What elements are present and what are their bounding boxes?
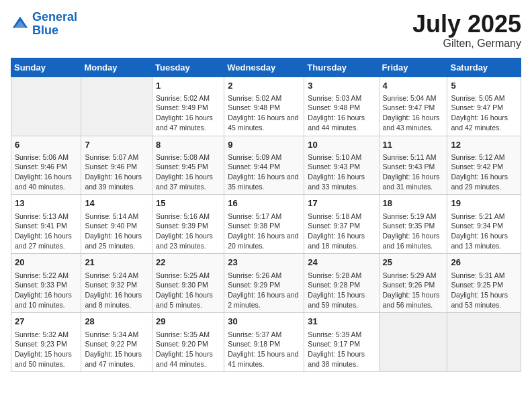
day-number: 16 <box>228 197 300 210</box>
calendar-cell: 24Sunrise: 5:28 AM Sunset: 9:28 PM Dayli… <box>304 254 379 313</box>
day-number: 30 <box>228 316 300 328</box>
weekday-header-monday: Monday <box>81 58 152 77</box>
day-info: Sunrise: 5:03 AM Sunset: 9:48 PM Dayligh… <box>308 93 375 133</box>
day-number: 4 <box>383 80 444 92</box>
day-info: Sunrise: 5:09 AM Sunset: 9:44 PM Dayligh… <box>228 152 300 192</box>
calendar-cell: 16Sunrise: 5:17 AM Sunset: 9:38 PM Dayli… <box>224 195 304 254</box>
weekday-header-tuesday: Tuesday <box>152 58 224 77</box>
day-info: Sunrise: 5:22 AM Sunset: 9:33 PM Dayligh… <box>15 271 77 310</box>
day-number: 7 <box>85 139 148 151</box>
page-header: General Blue July 2025 Gilten, Germany <box>11 11 521 50</box>
day-number: 1 <box>156 80 220 92</box>
weekday-header-saturday: Saturday <box>447 58 521 77</box>
day-info: Sunrise: 5:11 AM Sunset: 9:43 PM Dayligh… <box>383 152 444 192</box>
day-number: 28 <box>85 316 148 328</box>
calendar-cell: 5Sunrise: 5:05 AM Sunset: 9:47 PM Daylig… <box>447 77 521 136</box>
day-info: Sunrise: 5:37 AM Sunset: 9:18 PM Dayligh… <box>228 330 300 369</box>
day-number: 24 <box>308 257 375 269</box>
day-info: Sunrise: 5:04 AM Sunset: 9:47 PM Dayligh… <box>383 93 444 133</box>
day-number: 15 <box>156 197 220 210</box>
day-number: 29 <box>156 316 220 328</box>
day-info: Sunrise: 5:08 AM Sunset: 9:45 PM Dayligh… <box>156 152 220 192</box>
day-number: 26 <box>451 257 517 269</box>
calendar-cell: 27Sunrise: 5:32 AM Sunset: 9:23 PM Dayli… <box>11 313 81 372</box>
calendar-cell: 26Sunrise: 5:31 AM Sunset: 9:25 PM Dayli… <box>447 254 521 313</box>
day-number: 12 <box>451 139 517 151</box>
day-info: Sunrise: 5:06 AM Sunset: 9:46 PM Dayligh… <box>15 152 77 192</box>
day-info: Sunrise: 5:34 AM Sunset: 9:22 PM Dayligh… <box>85 330 148 369</box>
calendar-week-row: 20Sunrise: 5:22 AM Sunset: 9:33 PM Dayli… <box>11 254 521 313</box>
calendar-cell: 6Sunrise: 5:06 AM Sunset: 9:46 PM Daylig… <box>11 136 81 195</box>
calendar-cell: 9Sunrise: 5:09 AM Sunset: 9:44 PM Daylig… <box>224 136 304 195</box>
day-number: 19 <box>451 197 517 210</box>
day-number: 8 <box>156 139 220 151</box>
calendar-cell: 7Sunrise: 5:07 AM Sunset: 9:46 PM Daylig… <box>81 136 152 195</box>
day-info: Sunrise: 5:29 AM Sunset: 9:26 PM Dayligh… <box>383 271 444 310</box>
calendar-table: SundayMondayTuesdayWednesdayThursdayFrid… <box>11 58 521 373</box>
day-info: Sunrise: 5:12 AM Sunset: 9:42 PM Dayligh… <box>451 152 517 192</box>
calendar-cell: 12Sunrise: 5:12 AM Sunset: 9:42 PM Dayli… <box>447 136 521 195</box>
month-title: July 2025 <box>412 11 521 38</box>
day-info: Sunrise: 5:39 AM Sunset: 9:17 PM Dayligh… <box>308 330 375 369</box>
day-info: Sunrise: 5:35 AM Sunset: 9:20 PM Dayligh… <box>156 330 220 369</box>
calendar-cell: 20Sunrise: 5:22 AM Sunset: 9:33 PM Dayli… <box>11 254 81 313</box>
day-number: 31 <box>308 316 375 328</box>
day-info: Sunrise: 5:10 AM Sunset: 9:43 PM Dayligh… <box>308 152 375 192</box>
day-number: 9 <box>228 139 300 151</box>
day-info: Sunrise: 5:31 AM Sunset: 9:25 PM Dayligh… <box>451 271 517 310</box>
day-number: 21 <box>85 257 148 269</box>
day-number: 13 <box>15 197 77 210</box>
day-info: Sunrise: 5:24 AM Sunset: 9:32 PM Dayligh… <box>85 271 148 310</box>
day-number: 18 <box>383 197 444 210</box>
weekday-header-thursday: Thursday <box>304 58 379 77</box>
calendar-cell: 18Sunrise: 5:19 AM Sunset: 9:35 PM Dayli… <box>379 195 447 254</box>
day-info: Sunrise: 5:16 AM Sunset: 9:39 PM Dayligh… <box>156 212 220 251</box>
logo-text: General Blue <box>32 11 77 38</box>
day-info: Sunrise: 5:32 AM Sunset: 9:23 PM Dayligh… <box>15 330 77 369</box>
calendar-week-row: 13Sunrise: 5:13 AM Sunset: 9:41 PM Dayli… <box>11 195 521 254</box>
calendar-cell: 28Sunrise: 5:34 AM Sunset: 9:22 PM Dayli… <box>81 313 152 372</box>
day-number: 3 <box>308 80 375 92</box>
calendar-cell: 22Sunrise: 5:25 AM Sunset: 9:30 PM Dayli… <box>152 254 224 313</box>
calendar-cell: 29Sunrise: 5:35 AM Sunset: 9:20 PM Dayli… <box>152 313 224 372</box>
day-number: 14 <box>85 197 148 210</box>
weekday-header-sunday: Sunday <box>11 58 81 77</box>
calendar-cell: 3Sunrise: 5:03 AM Sunset: 9:48 PM Daylig… <box>304 77 379 136</box>
day-info: Sunrise: 5:19 AM Sunset: 9:35 PM Dayligh… <box>383 212 444 251</box>
calendar-week-row: 27Sunrise: 5:32 AM Sunset: 9:23 PM Dayli… <box>11 313 521 372</box>
day-info: Sunrise: 5:05 AM Sunset: 9:47 PM Dayligh… <box>451 93 517 133</box>
day-info: Sunrise: 5:17 AM Sunset: 9:38 PM Dayligh… <box>228 212 300 251</box>
calendar-cell <box>379 313 447 372</box>
day-info: Sunrise: 5:13 AM Sunset: 9:41 PM Dayligh… <box>15 212 77 251</box>
day-number: 11 <box>383 139 444 151</box>
calendar-cell: 31Sunrise: 5:39 AM Sunset: 9:17 PM Dayli… <box>304 313 379 372</box>
calendar-cell <box>81 77 152 136</box>
day-info: Sunrise: 5:07 AM Sunset: 9:46 PM Dayligh… <box>85 152 148 192</box>
calendar-cell: 17Sunrise: 5:18 AM Sunset: 9:37 PM Dayli… <box>304 195 379 254</box>
weekday-header-row: SundayMondayTuesdayWednesdayThursdayFrid… <box>11 58 521 77</box>
location: Gilten, Germany <box>412 38 521 50</box>
title-block: July 2025 Gilten, Germany <box>412 11 521 50</box>
logo: General Blue <box>11 11 77 38</box>
calendar-week-row: 1Sunrise: 5:02 AM Sunset: 9:49 PM Daylig… <box>11 77 521 136</box>
day-info: Sunrise: 5:18 AM Sunset: 9:37 PM Dayligh… <box>308 212 375 251</box>
calendar-cell <box>11 77 81 136</box>
day-number: 10 <box>308 139 375 151</box>
calendar-cell: 10Sunrise: 5:10 AM Sunset: 9:43 PM Dayli… <box>304 136 379 195</box>
day-info: Sunrise: 5:25 AM Sunset: 9:30 PM Dayligh… <box>156 271 220 310</box>
calendar-cell: 4Sunrise: 5:04 AM Sunset: 9:47 PM Daylig… <box>379 77 447 136</box>
day-info: Sunrise: 5:28 AM Sunset: 9:28 PM Dayligh… <box>308 271 375 310</box>
day-number: 25 <box>383 257 444 269</box>
calendar-cell: 1Sunrise: 5:02 AM Sunset: 9:49 PM Daylig… <box>152 77 224 136</box>
day-number: 5 <box>451 80 517 92</box>
calendar-cell: 25Sunrise: 5:29 AM Sunset: 9:26 PM Dayli… <box>379 254 447 313</box>
calendar-week-row: 6Sunrise: 5:06 AM Sunset: 9:46 PM Daylig… <box>11 136 521 195</box>
logo-icon <box>11 15 30 34</box>
day-number: 27 <box>15 316 77 328</box>
day-number: 2 <box>228 80 300 92</box>
day-number: 20 <box>15 257 77 269</box>
day-info: Sunrise: 5:02 AM Sunset: 9:49 PM Dayligh… <box>156 93 220 133</box>
calendar-cell: 13Sunrise: 5:13 AM Sunset: 9:41 PM Dayli… <box>11 195 81 254</box>
calendar-cell: 11Sunrise: 5:11 AM Sunset: 9:43 PM Dayli… <box>379 136 447 195</box>
day-number: 23 <box>228 257 300 269</box>
